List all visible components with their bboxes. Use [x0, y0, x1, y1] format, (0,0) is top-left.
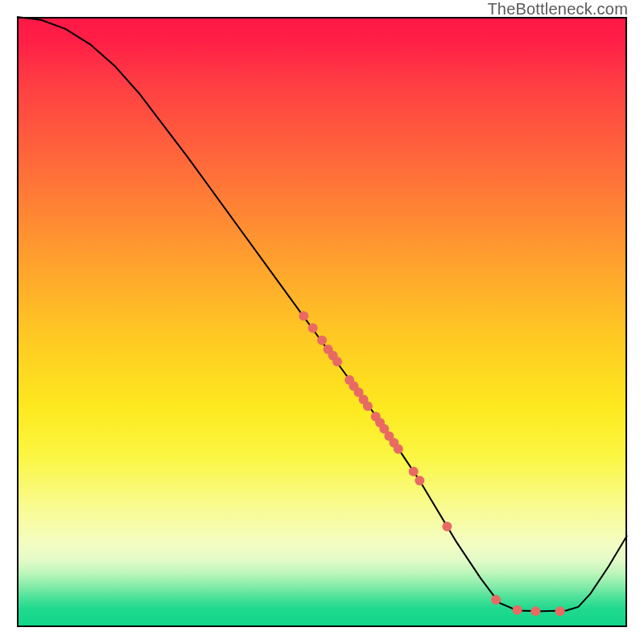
- watermark-text: TheBottleneck.com: [487, 0, 628, 19]
- data-dot: [513, 605, 522, 615]
- data-dot: [415, 476, 424, 485]
- bottleneck-curve: [17, 17, 627, 611]
- data-dot: [394, 444, 403, 454]
- data-dot: [555, 606, 565, 616]
- data-dot: [317, 336, 327, 345]
- chart-stage: TheBottleneck.com: [0, 0, 644, 644]
- plot-area: [17, 17, 627, 627]
- data-dot: [332, 357, 342, 366]
- chart-svg: [17, 17, 627, 627]
- data-dots-group: [299, 311, 564, 616]
- data-dot: [363, 402, 373, 411]
- data-dot: [308, 324, 318, 333]
- data-dot: [409, 467, 419, 477]
- data-dot: [299, 311, 308, 320]
- data-dot: [491, 595, 501, 605]
- data-dot: [530, 606, 540, 616]
- data-dot: [442, 522, 452, 531]
